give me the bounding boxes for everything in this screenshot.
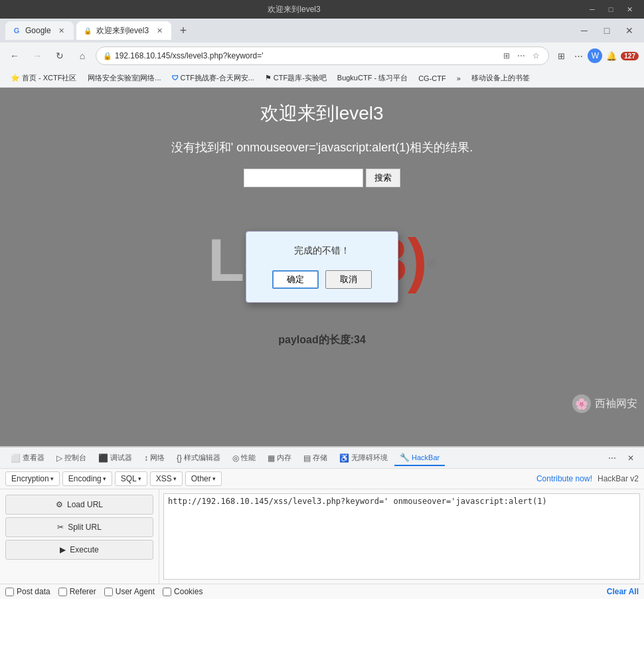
post-data-checkbox-label[interactable]: Post data: [5, 587, 50, 596]
devtools-tab-accessibility[interactable]: ♿ 无障碍环境: [334, 450, 393, 465]
tab-bar: G Google ✕ 🔒 欢迎来到level3 ✕ + ─ □ ✕: [0, 19, 644, 42]
devtools-tab-network-label: 网络: [150, 453, 165, 463]
bookmark-ctf[interactable]: 🛡 CTF挑战赛-合天网安...: [167, 72, 260, 84]
bookmark-more[interactable]: »: [451, 73, 466, 84]
devtools-tab-network[interactable]: ↕ 网络: [139, 450, 170, 465]
tab-level3-close[interactable]: ✕: [154, 25, 165, 36]
cookies-checkbox-label[interactable]: Cookies: [163, 587, 202, 596]
hackbar-toolbar: Encryption ▾ Encoding ▾ SQL ▾ XSS ▾ Othe…: [0, 469, 644, 489]
devtools-more-button[interactable]: ⋯: [604, 450, 620, 466]
sync-icon[interactable]: 🔔: [604, 48, 619, 64]
alert-cancel-button[interactable]: 取消: [325, 270, 372, 289]
grid-icon[interactable]: ⊞: [501, 50, 513, 62]
sql-menu[interactable]: SQL ▾: [115, 471, 147, 486]
split-url-label: Split URL: [68, 523, 102, 532]
network-icon: ↕: [144, 453, 148, 463]
devtools-tab-style-editor[interactable]: {} 样式编辑器: [171, 450, 226, 465]
devtools-tab-hackbar-label: HackBar: [412, 453, 440, 461]
window-title: 欢迎来到level3: [5, 4, 583, 15]
home-bookmark-icon: ⭐: [11, 74, 20, 82]
encryption-menu[interactable]: Encryption ▾: [5, 471, 60, 486]
hackbar-url-textarea[interactable]: [163, 493, 640, 580]
other-label: Other: [191, 474, 211, 483]
referer-checkbox-label[interactable]: Referer: [58, 587, 96, 596]
devtools-tab-memory-label: 内存: [277, 453, 291, 463]
new-tab-button[interactable]: +: [174, 21, 193, 40]
tab-google[interactable]: G Google ✕: [5, 21, 74, 40]
bookmark-bugku[interactable]: BugkuCTF - 练习平台: [332, 72, 413, 84]
encoding-chevron: ▾: [103, 475, 106, 482]
close-win-btn[interactable]: ✕: [620, 21, 639, 40]
back-button[interactable]: ←: [5, 46, 24, 65]
user-agent-label: User Agent: [116, 587, 155, 596]
reload-button[interactable]: ↻: [50, 46, 69, 65]
more-tools-icon[interactable]: ⋯: [570, 48, 586, 64]
performance-icon: ◎: [232, 453, 239, 463]
ctf-bookmark-icon: 🛡: [172, 74, 179, 82]
xss-menu[interactable]: XSS ▾: [150, 471, 183, 486]
window-controls: ─ □ ✕: [583, 3, 639, 16]
ctfdb-icon: ⚑: [265, 74, 272, 82]
user-agent-checkbox[interactable]: [104, 588, 113, 596]
split-url-icon: ✂: [57, 523, 64, 532]
window-titlebar: 欢迎来到level3 ─ □ ✕: [0, 0, 644, 19]
minimize-button[interactable]: ─: [583, 3, 602, 16]
devtools-tab-debugger[interactable]: ⬛ 调试器: [93, 450, 137, 465]
restore-win-btn[interactable]: □: [598, 21, 616, 40]
bookmark-cgctf[interactable]: CG-CTF: [413, 73, 451, 84]
hackbar-left-panel: ⚙ Load URL ✂ Split URL ▶ Execute: [0, 489, 159, 584]
devtools-tab-memory[interactable]: ▦ 内存: [262, 450, 297, 465]
load-url-icon: ⚙: [56, 500, 63, 509]
devtools-close-button[interactable]: ✕: [623, 450, 639, 466]
devtools-tab-hackbar[interactable]: 🔧 HackBar: [394, 450, 445, 466]
inspector-icon: ⬜: [11, 453, 21, 463]
split-url-button[interactable]: ✂ Split URL: [5, 517, 153, 537]
devtools-panel: ⬜ 查看器 ▷ 控制台 ⬛ 调试器 ↕ 网络 {} 样式编辑器 ◎ 性能 ▦ 内…: [0, 446, 644, 599]
address-bar[interactable]: 🔒 192.168.10.145/xss/level3.php?keyword=…: [96, 46, 549, 65]
execute-button[interactable]: ▶ Execute: [5, 540, 153, 560]
cookies-checkbox[interactable]: [163, 588, 171, 596]
star-icon[interactable]: ☆: [530, 50, 542, 62]
devtools-tab-console-label: 控制台: [64, 453, 86, 463]
devtools-tab-storage[interactable]: ▤ 存储: [298, 450, 333, 465]
bookmark-home[interactable]: ⭐ 首页 - XCTF社区: [5, 72, 82, 84]
devtools-tab-style-editor-label: 样式编辑器: [184, 453, 220, 463]
clear-all-button[interactable]: Clear All: [607, 587, 639, 596]
hackbar-icon: 🔧: [400, 453, 410, 462]
user-agent-checkbox-label[interactable]: User Agent: [104, 587, 155, 596]
post-data-checkbox[interactable]: [5, 588, 14, 596]
more-icon[interactable]: ⋯: [515, 50, 527, 62]
bookmark-ctfdb[interactable]: ⚑ CTF题库-实验吧: [260, 72, 332, 84]
profile-icon[interactable]: W: [588, 48, 602, 63]
close-button[interactable]: ✕: [620, 3, 639, 16]
home-button[interactable]: ⌂: [73, 46, 92, 65]
contribute-link[interactable]: Contribute now!: [536, 474, 592, 483]
alert-ok-button[interactable]: 确定: [272, 270, 319, 289]
post-data-label: Post data: [17, 587, 50, 596]
hackbar-version: HackBar v2: [598, 474, 639, 483]
level3-favicon: 🔒: [83, 26, 92, 35]
devtools-tab-console[interactable]: ▷ 控制台: [51, 450, 92, 465]
alert-message: 完成的不错！: [260, 245, 384, 257]
other-menu[interactable]: Other ▾: [185, 471, 222, 486]
maximize-button[interactable]: □: [602, 3, 620, 16]
style-editor-icon: {}: [177, 453, 182, 463]
forward-button[interactable]: →: [28, 46, 46, 65]
devtools-tab-inspector[interactable]: ⬜ 查看器: [5, 450, 50, 465]
tab-google-close[interactable]: ✕: [56, 25, 67, 36]
load-url-button[interactable]: ⚙ Load URL: [5, 495, 153, 515]
extensions-icon[interactable]: ⊞: [553, 48, 569, 64]
address-text: 192.168.10.145/xss/level3.php?keyword=': [115, 51, 501, 60]
encoding-menu[interactable]: Encoding ▾: [62, 471, 112, 486]
notification-badge: 127: [621, 52, 639, 60]
devtools-tab-performance[interactable]: ◎ 性能: [227, 450, 261, 465]
bookmark-mobile[interactable]: 移动设备上的书签: [466, 72, 535, 84]
console-icon: ▷: [56, 453, 62, 463]
minimize-win-btn[interactable]: ─: [575, 21, 594, 40]
alert-dialog: 完成的不错！ 确定 取消: [246, 231, 398, 303]
tab-level3[interactable]: 🔒 欢迎来到level3 ✕: [76, 21, 171, 40]
accessibility-icon: ♿: [339, 453, 349, 463]
bookmark-lab[interactable]: 网络安全实验室|网络...: [82, 72, 167, 84]
referer-checkbox[interactable]: [58, 588, 67, 596]
storage-icon: ▤: [303, 453, 311, 463]
